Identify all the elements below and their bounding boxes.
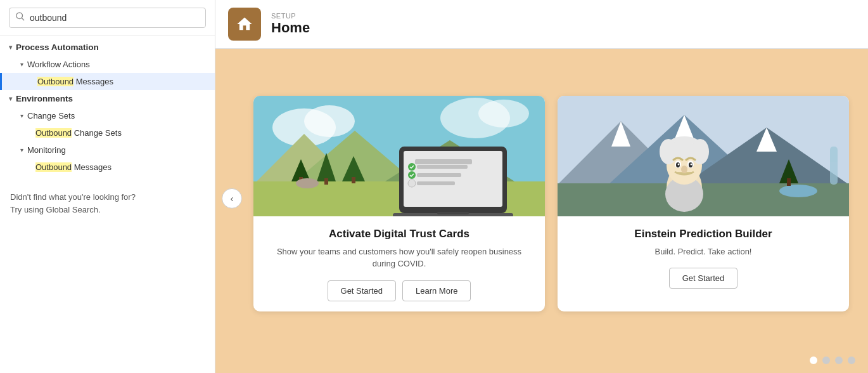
svg-point-38 (779, 185, 817, 197)
get-started-button-2[interactable]: Get Started (669, 268, 737, 289)
card-desc-1: Show your teams and customers how you'll… (266, 245, 532, 270)
search-icon (16, 12, 25, 23)
header-text: SETUP Home (271, 12, 310, 36)
search-input[interactable] (30, 13, 199, 23)
svg-rect-23 (417, 165, 468, 169)
svg-point-52 (678, 163, 680, 165)
svg-rect-25 (417, 173, 461, 177)
sidebar-item-environments[interactable]: ▾ Environments (0, 90, 215, 107)
card-illustration-2 (558, 96, 849, 216)
sidebar: ▾ Process Automation ▾ Workflow Actions … (0, 0, 215, 373)
not-found-text: Didn't find what you're looking for? Try… (0, 178, 215, 228)
svg-rect-29 (437, 212, 469, 214)
home-icon-box (228, 8, 261, 41)
card-image-2 (558, 96, 849, 216)
card-actions-1: Get Started Learn More (328, 280, 471, 301)
sidebar-item-process-automation[interactable]: ▾ Process Automation (0, 39, 215, 56)
header-title: Home (271, 20, 310, 36)
sidebar-item-label: Process Automation (16, 43, 99, 52)
svg-rect-27 (417, 181, 455, 185)
card-actions-2: Get Started (669, 268, 737, 289)
header-subtitle: SETUP (271, 12, 310, 20)
sidebar-item-label: Environments (16, 94, 73, 103)
card-body-2: Einstein Prediction Builder Build. Predi… (558, 216, 849, 311)
search-wrapper (0, 0, 215, 36)
svg-point-6 (478, 100, 529, 128)
highlight-text: Outbound (35, 128, 72, 138)
svg-point-46 (660, 139, 677, 164)
sidebar-item-label: Outbound Change Sets (35, 128, 122, 138)
chevron-down-icon: ▾ (20, 61, 23, 68)
card-activate-digital-trust: Activate Digital Trust Cards Show your t… (253, 96, 545, 311)
svg-point-4 (304, 105, 355, 137)
card-desc-2: Build. Predict. Take action! (655, 245, 752, 258)
svg-point-26 (408, 180, 416, 187)
dot-4[interactable] (848, 357, 855, 364)
chevron-down-icon: ▾ (20, 147, 23, 154)
card-title-1: Activate Digital Trust Cards (329, 228, 469, 240)
sidebar-item-outbound-change-sets[interactable]: Outbound Change Sets (0, 124, 215, 141)
svg-point-53 (691, 163, 692, 165)
cards-container: Activate Digital Trust Cards Show your t… (234, 96, 862, 311)
card-einstein-prediction: Einstein Prediction Builder Build. Predi… (558, 96, 849, 311)
card-title-2: Einstein Prediction Builder (634, 228, 772, 240)
chevron-down-icon: ▾ (20, 112, 23, 119)
sidebar-item-label: Workflow Actions (27, 60, 90, 69)
card-body-1: Activate Digital Trust Cards Show your t… (253, 216, 545, 311)
cards-area: ‹ (215, 49, 868, 351)
svg-rect-13 (324, 178, 328, 185)
sidebar-item-label: Monitoring (27, 145, 66, 155)
dot-1[interactable] (810, 357, 817, 364)
dot-2[interactable] (822, 357, 830, 364)
dot-3[interactable] (835, 357, 843, 364)
svg-line-1 (22, 18, 24, 20)
sidebar-item-monitoring[interactable]: ▾ Monitoring (0, 141, 215, 159)
get-started-button-1[interactable]: Get Started (328, 280, 396, 301)
search-box (9, 8, 206, 28)
chevron-down-icon: ▾ (9, 44, 12, 51)
svg-point-47 (691, 139, 709, 164)
svg-rect-41 (787, 178, 791, 186)
chevron-down-icon: ▾ (9, 95, 12, 102)
header: SETUP Home (215, 0, 868, 49)
sidebar-item-outbound-messages[interactable]: Outbound Messages (0, 73, 215, 90)
sidebar-item-label: Change Sets (27, 111, 75, 121)
sidebar-item-label: Outbound Messages (37, 77, 113, 86)
svg-point-18 (296, 178, 319, 188)
highlight-text: Outbound (35, 162, 72, 172)
svg-rect-17 (352, 177, 355, 183)
highlight-text: Outbound (37, 77, 73, 86)
svg-rect-21 (415, 159, 472, 164)
prev-button[interactable]: ‹ (222, 188, 242, 208)
sidebar-item-change-sets[interactable]: ▾ Change Sets (0, 107, 215, 124)
nav-section: ▾ Process Automation ▾ Workflow Actions … (0, 36, 215, 178)
dots-row (215, 351, 868, 373)
card-illustration-1 (253, 96, 545, 216)
svg-rect-39 (830, 147, 838, 185)
sidebar-item-outbound-messages-2[interactable]: Outbound Messages (0, 159, 215, 176)
main-content: SETUP Home ‹ (215, 0, 868, 373)
svg-point-54 (681, 166, 687, 173)
sidebar-item-label: Outbound Messages (35, 162, 112, 172)
sidebar-item-workflow-actions[interactable]: ▾ Workflow Actions (0, 56, 215, 73)
home-icon (236, 15, 253, 33)
learn-more-button-1[interactable]: Learn More (402, 280, 471, 301)
card-image-1 (253, 96, 545, 216)
